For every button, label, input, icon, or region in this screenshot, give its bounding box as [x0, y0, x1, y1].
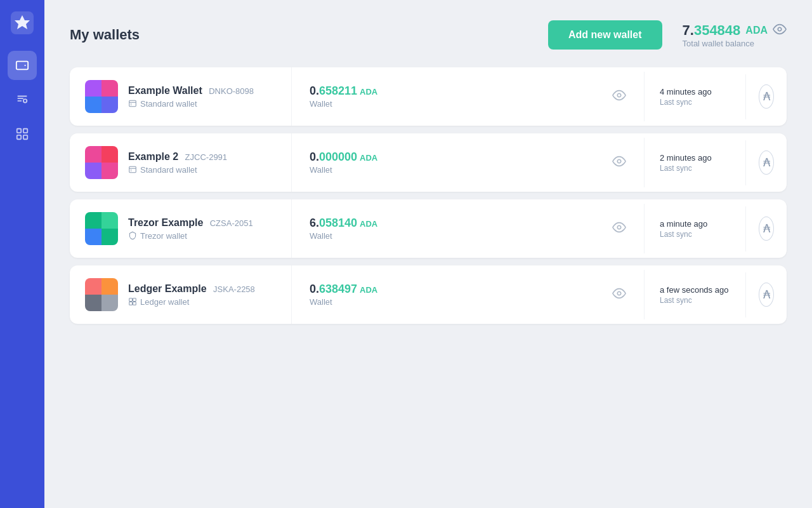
- wallet-action: ₳: [746, 138, 787, 187]
- wallet-type: Standard wallet: [128, 165, 276, 175]
- svg-rect-3: [17, 129, 21, 133]
- sidebar-item-settings[interactable]: [8, 85, 37, 114]
- wallet-card: Example 2 ZJCC-2991 Standard wallet 0.00…: [70, 133, 787, 192]
- svg-rect-6: [23, 135, 27, 139]
- svg-point-9: [617, 93, 621, 97]
- svg-rect-16: [133, 302, 136, 305]
- balance-amount: 0.638497ADA: [310, 283, 377, 296]
- wallet-avatar: [85, 80, 118, 113]
- app-logo: [10, 10, 35, 36]
- sync-label: Last sync: [660, 296, 730, 305]
- wallet-sync: 2 minutes ago Last sync: [645, 140, 746, 185]
- wallet-id: DNKO-8098: [209, 86, 254, 96]
- sync-label: Last sync: [660, 98, 730, 107]
- wallet-balance-section: 0.658211ADA Wallet: [292, 72, 645, 121]
- wallet-name: Ledger Example: [128, 283, 207, 294]
- sync-time: a few seconds ago: [660, 285, 730, 295]
- wallet-type: Ledger wallet: [128, 297, 276, 307]
- balance-label: Wallet: [310, 165, 377, 175]
- total-amount-value: 7.354848: [683, 22, 741, 39]
- page-title: My wallets: [70, 27, 140, 43]
- wallet-eye-icon[interactable]: [612, 88, 626, 105]
- wallet-name-row: Ledger Example JSKA-2258: [128, 283, 276, 295]
- total-amount-row: 7.354848 ADA: [683, 22, 787, 39]
- wallet-action: ₳: [746, 204, 787, 253]
- add-wallet-button[interactable]: Add new wallet: [548, 20, 662, 50]
- sync-time: a minute ago: [660, 219, 730, 229]
- balance-label: Wallet: [310, 297, 377, 307]
- total-amount-unit: ADA: [745, 25, 768, 36]
- wallet-balance: 0.658211ADA Wallet: [310, 84, 377, 109]
- balance-amount: 6.058140ADA: [310, 217, 377, 230]
- wallet-details: Trezor Example CZSA-2051 Trezor wallet: [128, 217, 276, 241]
- wallet-list: Example Wallet DNKO-8098 Standard wallet…: [70, 67, 787, 324]
- balance-amount: 0.000000ADA: [310, 150, 377, 164]
- wallet-action: ₳: [746, 270, 787, 319]
- ada-button[interactable]: ₳: [759, 84, 774, 109]
- wallet-name: Example Wallet: [128, 85, 202, 96]
- wallet-info: Ledger Example JSKA-2258 Ledger wallet: [70, 265, 292, 324]
- svg-rect-13: [129, 298, 133, 302]
- wallet-id: JSKA-2258: [213, 284, 255, 294]
- wallet-card: Example Wallet DNKO-8098 Standard wallet…: [70, 67, 787, 126]
- ada-button[interactable]: ₳: [759, 217, 774, 241]
- svg-rect-10: [129, 166, 136, 172]
- svg-point-12: [617, 225, 621, 229]
- ada-button[interactable]: ₳: [759, 150, 774, 175]
- wallet-type: Trezor wallet: [128, 231, 276, 241]
- wallet-name: Example 2: [128, 151, 178, 162]
- svg-point-17: [617, 291, 621, 295]
- wallet-type: Standard wallet: [128, 99, 276, 109]
- wallet-balance-section: 6.058140ADA Wallet: [292, 204, 645, 253]
- wallet-balance: 0.000000ADA Wallet: [310, 150, 377, 175]
- total-balance: 7.354848 ADA Total wallet balance: [683, 22, 787, 48]
- wallet-eye-icon[interactable]: [612, 220, 626, 237]
- wallet-sync: a minute ago Last sync: [645, 206, 746, 251]
- svg-rect-4: [23, 129, 27, 133]
- wallet-details: Example Wallet DNKO-8098 Standard wallet: [128, 85, 276, 109]
- balance-amount: 0.658211ADA: [310, 84, 377, 98]
- wallet-balance-section: 0.638497ADA Wallet: [292, 270, 645, 319]
- sync-time: 2 minutes ago: [660, 153, 730, 163]
- wallet-action: ₳: [746, 72, 787, 121]
- wallet-id: CZSA-2051: [210, 218, 253, 228]
- sidebar-item-wallets[interactable]: [8, 51, 37, 80]
- sync-label: Last sync: [660, 230, 730, 239]
- total-balance-label: Total wallet balance: [683, 39, 754, 48]
- svg-rect-5: [17, 135, 21, 139]
- sidebar: [0, 0, 44, 508]
- wallet-card: Ledger Example JSKA-2258 Ledger wallet 0…: [70, 265, 787, 324]
- svg-rect-8: [129, 100, 136, 106]
- header: My wallets Add new wallet 7.354848 ADA: [70, 20, 787, 50]
- header-right: Add new wallet 7.354848 ADA Total wallet…: [548, 20, 787, 50]
- svg-point-7: [778, 27, 782, 31]
- wallet-sync: 4 minutes ago Last sync: [645, 74, 746, 119]
- wallet-details: Ledger Example JSKA-2258 Ledger wallet: [128, 283, 276, 307]
- wallet-info: Example 2 ZJCC-2991 Standard wallet: [70, 133, 292, 192]
- wallet-eye-icon[interactable]: [612, 154, 626, 171]
- wallet-info: Trezor Example CZSA-2051 Trezor wallet: [70, 199, 292, 258]
- sync-label: Last sync: [660, 164, 730, 173]
- wallet-id: ZJCC-2991: [185, 152, 227, 162]
- wallet-name-row: Example Wallet DNKO-8098: [128, 85, 276, 97]
- wallet-info: Example Wallet DNKO-8098 Standard wallet: [70, 67, 292, 126]
- ada-button[interactable]: ₳: [759, 283, 774, 307]
- main-content: My wallets Add new wallet 7.354848 ADA: [44, 0, 812, 508]
- wallet-avatar: [85, 212, 118, 245]
- wallet-name: Trezor Example: [128, 217, 203, 228]
- sidebar-item-transactions[interactable]: [8, 119, 37, 149]
- svg-rect-1: [16, 62, 28, 70]
- total-balance-eye-icon[interactable]: [773, 22, 787, 39]
- sync-time: 4 minutes ago: [660, 87, 730, 97]
- wallet-eye-icon[interactable]: [612, 286, 626, 303]
- wallet-balance: 6.058140ADA Wallet: [310, 217, 377, 241]
- svg-point-2: [23, 99, 27, 103]
- svg-rect-14: [133, 298, 136, 302]
- balance-label: Wallet: [310, 99, 377, 109]
- wallet-sync: a few seconds ago Last sync: [645, 272, 746, 318]
- wallet-balance: 0.638497ADA Wallet: [310, 283, 377, 307]
- wallet-balance-section: 0.000000ADA Wallet: [292, 138, 645, 187]
- wallet-card: Trezor Example CZSA-2051 Trezor wallet 6…: [70, 199, 787, 258]
- wallet-avatar: [85, 146, 118, 179]
- svg-rect-15: [129, 302, 133, 305]
